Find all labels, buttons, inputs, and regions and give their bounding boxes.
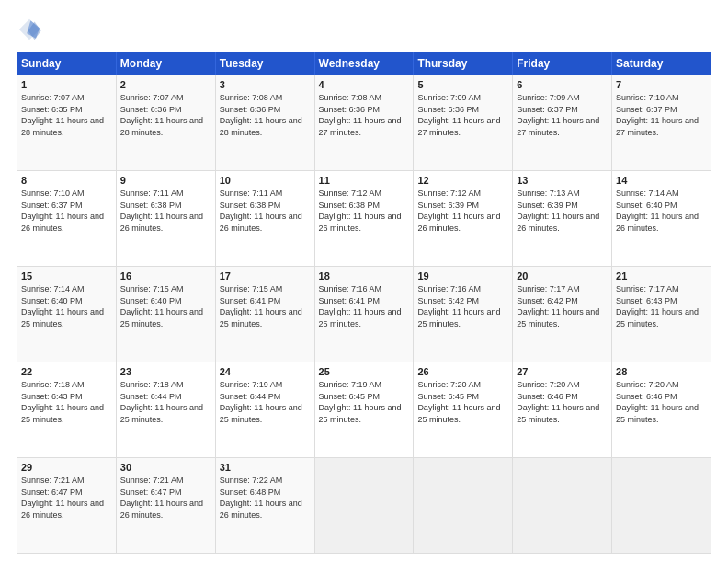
day-cell: 7 Sunrise: 7:10 AMSunset: 6:37 PMDayligh…: [612, 75, 711, 171]
day-cell: 29 Sunrise: 7:21 AMSunset: 6:47 PMDaylig…: [17, 458, 117, 554]
header: [17, 17, 711, 42]
day-number: 23: [120, 366, 211, 377]
day-cell: [314, 458, 414, 554]
day-info: Sunrise: 7:12 AMSunset: 6:39 PMDaylight:…: [417, 189, 500, 233]
day-cell: 16 Sunrise: 7:15 AMSunset: 6:40 PMDaylig…: [116, 267, 215, 362]
day-info: Sunrise: 7:08 AMSunset: 6:36 PMDaylight:…: [220, 93, 302, 137]
day-cell: 6 Sunrise: 7:09 AMSunset: 6:37 PMDayligh…: [513, 75, 612, 171]
day-info: Sunrise: 7:18 AMSunset: 6:44 PMDaylight:…: [120, 380, 203, 424]
day-number: 14: [616, 175, 707, 186]
day-info: Sunrise: 7:21 AMSunset: 6:47 PMDaylight:…: [120, 476, 203, 520]
day-number: 22: [21, 366, 112, 377]
day-info: Sunrise: 7:11 AMSunset: 6:38 PMDaylight:…: [120, 189, 203, 233]
day-info: Sunrise: 7:17 AMSunset: 6:43 PMDaylight:…: [616, 284, 699, 328]
day-number: 2: [120, 79, 211, 90]
days-header-row: SundayMondayTuesdayWednesdayThursdayFrid…: [17, 52, 711, 75]
day-cell: 22 Sunrise: 7:18 AMSunset: 6:43 PMDaylig…: [17, 362, 117, 458]
day-cell: 9 Sunrise: 7:11 AMSunset: 6:38 PMDayligh…: [116, 171, 215, 267]
day-cell: [612, 458, 711, 554]
day-cell: [414, 458, 513, 554]
logo: [17, 17, 46, 42]
logo-icon: [17, 17, 42, 42]
day-number: 5: [417, 79, 508, 90]
day-number: 24: [220, 366, 311, 377]
day-cell: 19 Sunrise: 7:16 AMSunset: 6:42 PMDaylig…: [414, 267, 513, 362]
day-info: Sunrise: 7:11 AMSunset: 6:38 PMDaylight:…: [220, 189, 302, 233]
day-cell: 18 Sunrise: 7:16 AMSunset: 6:41 PMDaylig…: [314, 267, 414, 362]
day-info: Sunrise: 7:22 AMSunset: 6:48 PMDaylight:…: [220, 476, 302, 520]
day-cell: 12 Sunrise: 7:12 AMSunset: 6:39 PMDaylig…: [414, 171, 513, 267]
day-header-friday: Friday: [513, 52, 612, 75]
day-number: 16: [120, 270, 211, 282]
day-number: 4: [319, 79, 410, 90]
calendar-header: SundayMondayTuesdayWednesdayThursdayFrid…: [17, 52, 711, 75]
day-info: Sunrise: 7:15 AMSunset: 6:41 PMDaylight:…: [220, 284, 302, 328]
day-info: Sunrise: 7:15 AMSunset: 6:40 PMDaylight:…: [120, 284, 203, 328]
day-cell: 5 Sunrise: 7:09 AMSunset: 6:36 PMDayligh…: [414, 75, 513, 171]
day-info: Sunrise: 7:16 AMSunset: 6:41 PMDaylight:…: [319, 284, 402, 328]
day-cell: 17 Sunrise: 7:15 AMSunset: 6:41 PMDaylig…: [215, 267, 314, 362]
day-cell: 1 Sunrise: 7:07 AMSunset: 6:35 PMDayligh…: [17, 75, 117, 171]
day-info: Sunrise: 7:10 AMSunset: 6:37 PMDaylight:…: [21, 189, 104, 233]
day-header-monday: Monday: [116, 52, 215, 75]
day-info: Sunrise: 7:09 AMSunset: 6:37 PMDaylight:…: [517, 93, 599, 137]
day-info: Sunrise: 7:08 AMSunset: 6:36 PMDaylight:…: [319, 93, 402, 137]
day-cell: 13 Sunrise: 7:13 AMSunset: 6:39 PMDaylig…: [513, 171, 612, 267]
day-cell: 28 Sunrise: 7:20 AMSunset: 6:46 PMDaylig…: [612, 362, 711, 458]
day-number: 30: [120, 462, 211, 473]
week-row-3: 15 Sunrise: 7:14 AMSunset: 6:40 PMDaylig…: [17, 267, 711, 362]
day-number: 31: [220, 462, 311, 473]
day-header-thursday: Thursday: [414, 52, 513, 75]
day-number: 1: [21, 79, 112, 90]
day-number: 6: [517, 79, 608, 90]
day-header-saturday: Saturday: [612, 52, 711, 75]
day-info: Sunrise: 7:18 AMSunset: 6:43 PMDaylight:…: [21, 380, 104, 424]
day-cell: 23 Sunrise: 7:18 AMSunset: 6:44 PMDaylig…: [116, 362, 215, 458]
day-cell: 20 Sunrise: 7:17 AMSunset: 6:42 PMDaylig…: [513, 267, 612, 362]
day-cell: 26 Sunrise: 7:20 AMSunset: 6:45 PMDaylig…: [414, 362, 513, 458]
calendar-table: SundayMondayTuesdayWednesdayThursdayFrid…: [17, 52, 711, 554]
day-cell: 21 Sunrise: 7:17 AMSunset: 6:43 PMDaylig…: [612, 267, 711, 362]
day-cell: 25 Sunrise: 7:19 AMSunset: 6:45 PMDaylig…: [314, 362, 414, 458]
day-header-sunday: Sunday: [17, 52, 117, 75]
week-row-4: 22 Sunrise: 7:18 AMSunset: 6:43 PMDaylig…: [17, 362, 711, 458]
week-row-1: 1 Sunrise: 7:07 AMSunset: 6:35 PMDayligh…: [17, 75, 711, 171]
day-cell: 8 Sunrise: 7:10 AMSunset: 6:37 PMDayligh…: [17, 171, 117, 267]
day-info: Sunrise: 7:20 AMSunset: 6:46 PMDaylight:…: [517, 380, 599, 424]
day-info: Sunrise: 7:14 AMSunset: 6:40 PMDaylight:…: [21, 284, 104, 328]
day-info: Sunrise: 7:19 AMSunset: 6:44 PMDaylight:…: [220, 380, 302, 424]
day-number: 9: [120, 175, 211, 186]
day-number: 19: [417, 270, 508, 282]
day-number: 17: [220, 270, 311, 282]
week-row-5: 29 Sunrise: 7:21 AMSunset: 6:47 PMDaylig…: [17, 458, 711, 554]
day-cell: 31 Sunrise: 7:22 AMSunset: 6:48 PMDaylig…: [215, 458, 314, 554]
day-number: 26: [417, 366, 508, 377]
day-cell: 11 Sunrise: 7:12 AMSunset: 6:38 PMDaylig…: [314, 171, 414, 267]
day-cell: 30 Sunrise: 7:21 AMSunset: 6:47 PMDaylig…: [116, 458, 215, 554]
day-number: 12: [417, 175, 508, 186]
day-number: 27: [517, 366, 608, 377]
day-info: Sunrise: 7:17 AMSunset: 6:42 PMDaylight:…: [517, 284, 599, 328]
day-info: Sunrise: 7:16 AMSunset: 6:42 PMDaylight:…: [417, 284, 500, 328]
day-cell: 10 Sunrise: 7:11 AMSunset: 6:38 PMDaylig…: [215, 171, 314, 267]
day-info: Sunrise: 7:13 AMSunset: 6:39 PMDaylight:…: [517, 189, 599, 233]
day-info: Sunrise: 7:20 AMSunset: 6:45 PMDaylight:…: [417, 380, 500, 424]
day-number: 3: [220, 79, 311, 90]
day-info: Sunrise: 7:07 AMSunset: 6:36 PMDaylight:…: [120, 93, 203, 137]
day-cell: 3 Sunrise: 7:08 AMSunset: 6:36 PMDayligh…: [215, 75, 314, 171]
day-cell: [513, 458, 612, 554]
day-number: 18: [319, 270, 410, 282]
day-info: Sunrise: 7:09 AMSunset: 6:36 PMDaylight:…: [417, 93, 500, 137]
page: SundayMondayTuesdayWednesdayThursdayFrid…: [0, 0, 728, 563]
day-info: Sunrise: 7:07 AMSunset: 6:35 PMDaylight:…: [21, 93, 104, 137]
day-number: 8: [21, 175, 112, 186]
day-cell: 14 Sunrise: 7:14 AMSunset: 6:40 PMDaylig…: [612, 171, 711, 267]
day-cell: 24 Sunrise: 7:19 AMSunset: 6:44 PMDaylig…: [215, 362, 314, 458]
day-info: Sunrise: 7:21 AMSunset: 6:47 PMDaylight:…: [21, 476, 104, 520]
day-number: 13: [517, 175, 608, 186]
day-number: 21: [616, 270, 707, 282]
day-header-tuesday: Tuesday: [215, 52, 314, 75]
day-info: Sunrise: 7:19 AMSunset: 6:45 PMDaylight:…: [319, 380, 402, 424]
day-info: Sunrise: 7:20 AMSunset: 6:46 PMDaylight:…: [616, 380, 699, 424]
day-number: 11: [319, 175, 410, 186]
